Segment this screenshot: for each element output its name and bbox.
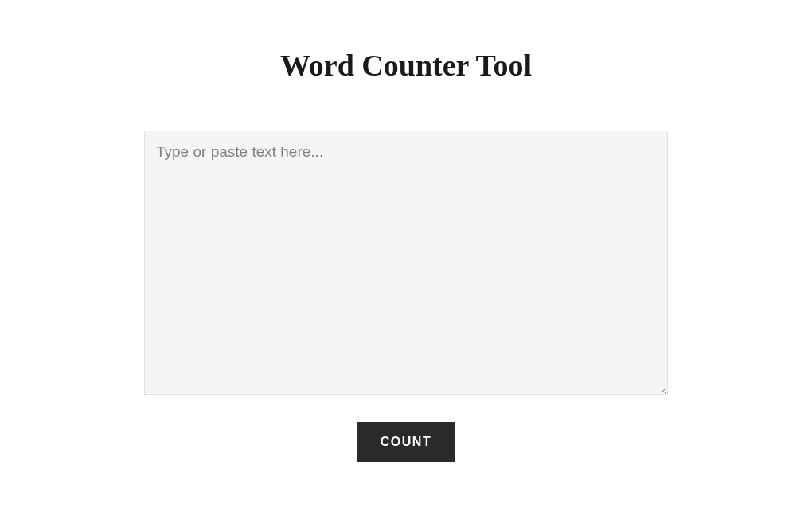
page-title: Word Counter Tool — [280, 48, 532, 83]
count-button[interactable]: COUNT — [357, 422, 455, 462]
textarea-wrapper — [144, 131, 668, 398]
text-input[interactable] — [144, 131, 668, 395]
